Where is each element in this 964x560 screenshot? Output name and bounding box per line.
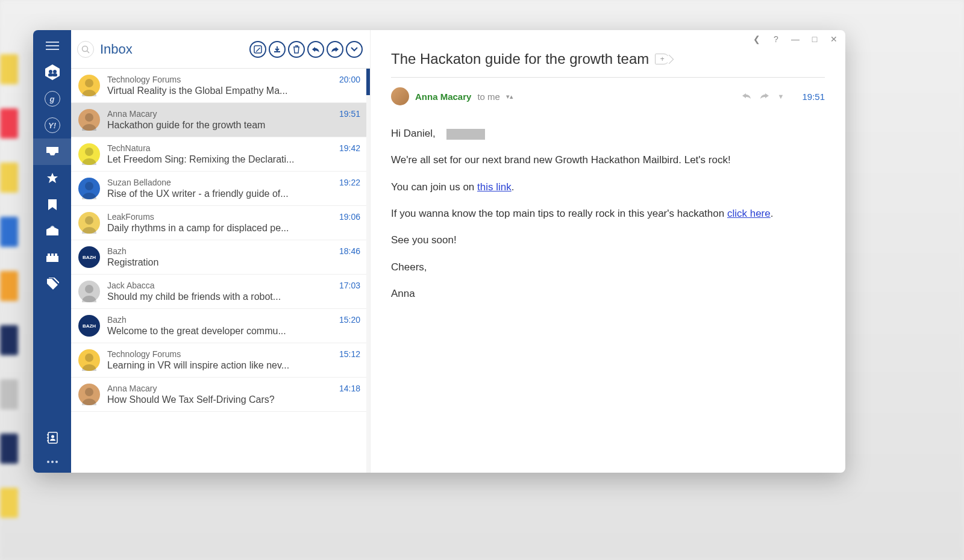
sidebar-item-inbox[interactable] xyxy=(33,138,71,165)
message-row[interactable]: Anna Macary14:18How Should We Tax Self-D… xyxy=(71,378,370,412)
svg-rect-8 xyxy=(51,254,54,257)
forward-icon[interactable] xyxy=(760,91,769,102)
sidebar-item-bookmark[interactable] xyxy=(33,191,71,218)
sidebar-more-icon[interactable] xyxy=(33,451,71,473)
message-avatar xyxy=(78,109,100,131)
forward-button[interactable] xyxy=(327,41,343,58)
list-toolbar xyxy=(249,41,363,58)
sidebar-item-contacts[interactable] xyxy=(33,425,71,451)
expand-recipients-icon[interactable]: ▾▴ xyxy=(506,93,513,101)
sidebar-item-tags[interactable] xyxy=(33,271,71,297)
message-sender: TechNatura xyxy=(107,143,151,153)
message-row[interactable]: BAZHBazh18:46Registration xyxy=(71,240,370,275)
svg-rect-3 xyxy=(48,73,53,76)
message-row[interactable]: Suzan Belladone19:22Rise of the UX write… xyxy=(71,172,370,206)
body-p6: Anna xyxy=(391,286,825,302)
account-google-icon[interactable]: g xyxy=(33,86,71,112)
svg-point-22 xyxy=(85,113,93,122)
message-time: 19:42 xyxy=(339,143,360,153)
window-controls: ❮ ? — □ ✕ xyxy=(751,34,839,45)
download-button[interactable] xyxy=(269,41,286,58)
message-time: 14:18 xyxy=(339,384,360,393)
message-time: 15:12 xyxy=(339,349,360,359)
account-yahoo-icon[interactable]: Y! xyxy=(33,112,71,138)
email-time: 19:51 xyxy=(802,92,825,102)
message-sender: Bazh xyxy=(107,315,127,325)
folder-title: Inbox xyxy=(100,42,249,57)
message-subject: Welcome to the great developer commu... xyxy=(107,326,360,337)
message-subject: How Should We Tax Self-Driving Cars? xyxy=(107,394,360,405)
message-avatar xyxy=(78,212,100,234)
message-time: 19:51 xyxy=(339,109,360,119)
reading-pane: ❮ ? — □ ✕ The Hackaton guide for the gro… xyxy=(371,30,845,473)
body-link-1[interactable]: this link xyxy=(477,181,512,193)
email-meta: Anna Macary to me ▾▴ ▼ 19:51 xyxy=(391,87,825,113)
message-avatar xyxy=(78,143,100,165)
minimize-icon[interactable]: — xyxy=(790,34,801,45)
message-time: 19:06 xyxy=(339,212,360,222)
body-p1: We're all set for our next brand new Gro… xyxy=(391,152,825,168)
message-time: 17:03 xyxy=(339,281,360,290)
svg-point-26 xyxy=(85,285,93,293)
message-row[interactable]: LeakForums19:06Daily rhythms in a camp f… xyxy=(71,206,370,240)
scrollbar-thumb[interactable] xyxy=(366,69,370,95)
message-time: 20:00 xyxy=(339,75,360,84)
body-greeting: Hi Daniel, xyxy=(391,128,436,139)
message-row[interactable]: TechNatura19:42Let Freedom Sing: Remixin… xyxy=(71,137,370,172)
svg-point-1 xyxy=(49,70,52,73)
svg-point-18 xyxy=(83,46,88,51)
message-sender: Technology Forums xyxy=(107,349,181,359)
sidebar-item-starred[interactable] xyxy=(33,165,71,191)
svg-rect-9 xyxy=(55,254,57,257)
search-icon[interactable] xyxy=(77,41,94,58)
back-icon[interactable]: ❮ xyxy=(751,34,762,45)
sidebar-rail: g Y! xyxy=(33,30,71,473)
message-more-icon[interactable]: ▼ xyxy=(778,93,784,100)
sidebar-item-archive[interactable] xyxy=(33,244,71,271)
scrollbar-track[interactable] xyxy=(366,69,370,473)
message-sender: Bazh xyxy=(107,246,127,256)
message-time: 19:22 xyxy=(339,178,360,187)
body-p4: See you soon! xyxy=(391,232,825,248)
svg-rect-7 xyxy=(48,254,50,257)
contacts-hex-icon[interactable] xyxy=(33,59,71,86)
svg-point-21 xyxy=(85,79,93,87)
email-subject: The Hackaton guide for the growth team xyxy=(391,51,649,67)
message-sender: Suzan Belladone xyxy=(107,178,171,187)
hamburger-icon[interactable] xyxy=(33,33,71,59)
help-icon[interactable]: ? xyxy=(771,34,781,45)
message-time: 15:20 xyxy=(339,315,360,325)
email-body: Hi Daniel, We're all set for our next br… xyxy=(391,126,825,313)
message-avatar xyxy=(78,75,100,96)
body-link-2[interactable]: click here xyxy=(727,208,771,219)
message-row[interactable]: Anna Macary19:51Hackathon guide for the … xyxy=(71,103,370,137)
svg-point-2 xyxy=(53,70,57,73)
svg-point-11 xyxy=(51,435,54,438)
message-sender: Technology Forums xyxy=(107,75,181,84)
message-avatar xyxy=(78,178,100,199)
svg-point-23 xyxy=(85,148,93,156)
more-button[interactable] xyxy=(346,41,363,58)
svg-rect-6 xyxy=(46,256,58,262)
svg-point-28 xyxy=(85,388,93,396)
sender-avatar xyxy=(391,87,409,105)
message-avatar xyxy=(78,281,100,302)
message-avatar xyxy=(78,384,100,405)
message-row[interactable]: BAZHBazh15:20Welcome to the great develo… xyxy=(71,309,370,343)
message-row[interactable]: Jack Abacca17:03Should my child be frien… xyxy=(71,275,370,309)
message-row[interactable]: Technology Forums15:12Learning in VR wil… xyxy=(71,343,370,378)
sidebar-item-sent[interactable] xyxy=(33,218,71,244)
close-icon[interactable]: ✕ xyxy=(828,34,839,45)
message-row[interactable]: Technology Forums20:00Virtual Reality is… xyxy=(71,69,370,103)
message-subject: Rise of the UX writer - a friendly guide… xyxy=(107,188,360,199)
app-window: g Y! Inbox xyxy=(33,30,845,473)
compose-button[interactable] xyxy=(249,41,266,58)
reply-icon[interactable] xyxy=(742,91,751,102)
message-list: Technology Forums20:00Virtual Reality is… xyxy=(71,69,370,473)
maximize-icon[interactable]: □ xyxy=(809,34,820,45)
add-tag-button[interactable]: + xyxy=(655,54,669,64)
delete-button[interactable] xyxy=(288,41,305,58)
reply-button[interactable] xyxy=(307,41,324,58)
svg-point-17 xyxy=(55,461,58,463)
sender-name: Anna Macary xyxy=(415,92,471,102)
